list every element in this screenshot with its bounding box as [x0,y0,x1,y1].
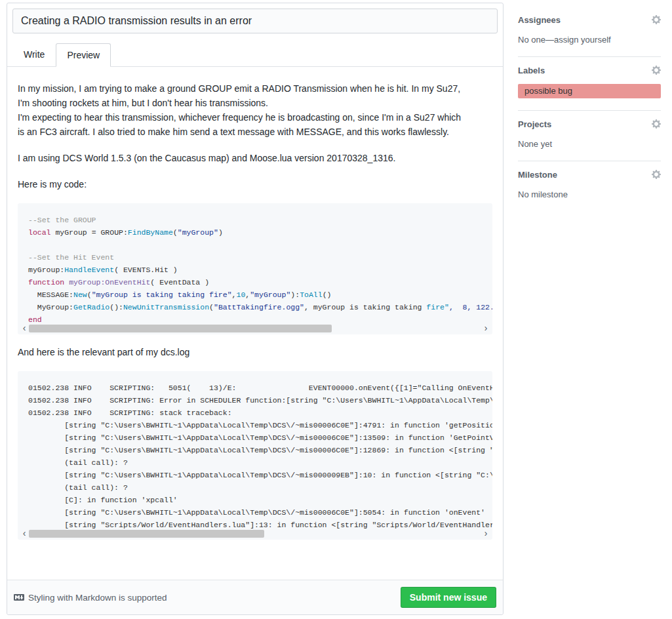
scroll-left-arrow-icon[interactable]: ‹ [20,323,29,333]
labels-heading: Labels [518,66,545,75]
issue-body-paragraph-1: In my mission, I am trying to make a gro… [18,81,492,139]
scrollbar-thumb[interactable] [29,325,332,332]
lua-code: --Set the GROUP local myGroup = GROUP:Fi… [18,203,492,323]
issue-body-paragraph-3: Here is my code: [18,177,492,191]
code-horizontal-scrollbar[interactable]: ‹ › [18,323,492,334]
tab-preview[interactable]: Preview [56,43,111,67]
scroll-right-arrow-icon[interactable]: › [481,323,490,333]
milestone-value: No milestone [518,190,661,199]
scrollbar-thumb[interactable] [29,530,264,538]
sidebar-section-projects: Projects None yet [518,111,661,161]
issue-preview-body: In my mission, I am trying to make a gro… [7,67,503,550]
markdown-note-text: Styling with Markdown is supported [28,593,167,603]
new-issue-page: Write Preview In my mission, I am trying… [0,0,672,619]
dcs-log-text: 01502.238 INFO SCRIPTING: 5051( 13)/E: E… [18,371,492,529]
markdown-icon [14,592,24,603]
scroll-right-arrow-icon[interactable]: › [481,529,490,538]
gear-icon[interactable] [652,65,661,75]
tab-write[interactable]: Write [12,43,56,66]
sidebar-section-milestone: Milestone No milestone [518,161,661,211]
issue-title-input[interactable] [12,9,498,33]
log-horizontal-scrollbar[interactable]: ‹ › [18,529,492,540]
assignees-value[interactable]: No one—assign yourself [518,35,661,45]
sidebar-section-labels: Labels possible bug [518,57,661,111]
scrollbar-track[interactable] [29,325,481,332]
assignees-heading: Assignees [518,15,561,25]
issue-body-paragraph-4: And here is the relevant part of my dcs.… [18,345,492,359]
markdown-support-note: Styling with Markdown is supported [14,592,167,603]
label-possible-bug[interactable]: possible bug [518,84,661,98]
issue-body-paragraph-2: I am using DCS World 1.5.3 (on the Cauca… [18,151,492,165]
scrollbar-track[interactable] [29,530,481,538]
scroll-left-arrow-icon[interactable]: ‹ [20,529,29,538]
gear-icon[interactable] [652,119,661,129]
sidebar-section-assignees: Assignees No one—assign yourself [518,7,661,57]
lua-code-block: --Set the GROUP local myGroup = GROUP:Fi… [18,203,492,334]
new-issue-form: Write Preview In my mission, I am trying… [7,3,504,615]
projects-heading: Projects [518,119,551,129]
issue-form-footer: Styling with Markdown is supported Submi… [7,580,503,614]
issue-sidebar: Assignees No one—assign yourself Labels … [518,7,661,211]
gear-icon[interactable] [652,14,661,25]
projects-value: None yet [518,139,661,149]
write-preview-tabs: Write Preview [7,39,503,67]
milestone-heading: Milestone [518,170,557,180]
gear-icon[interactable] [652,169,661,180]
dcs-log-block: 01502.238 INFO SCRIPTING: 5051( 13)/E: E… [18,371,492,540]
submit-new-issue-button[interactable]: Submit new issue [401,587,496,608]
